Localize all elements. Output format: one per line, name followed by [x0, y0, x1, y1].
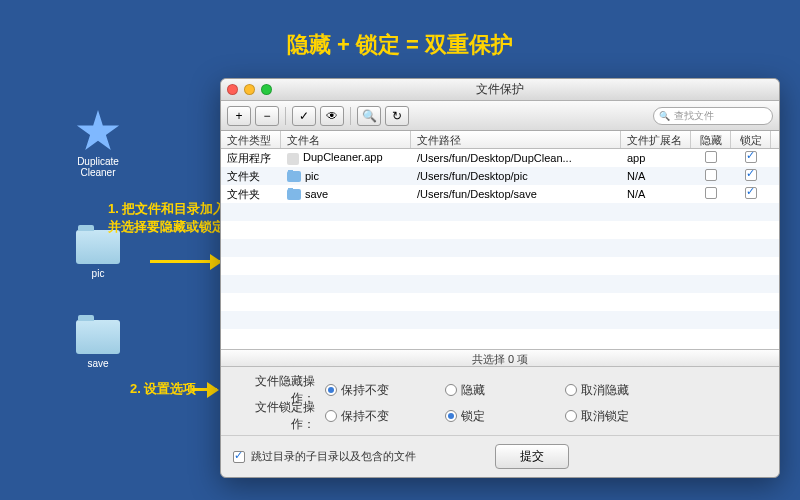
table-header[interactable]: 文件类型 文件名 文件路径 文件扩展名 隐藏 锁定: [221, 131, 779, 149]
radio-hide-unhide[interactable]: 取消隐藏: [565, 382, 675, 399]
remove-button[interactable]: −: [255, 106, 279, 126]
col-type[interactable]: 文件类型: [221, 131, 281, 148]
window-title: 文件保护: [221, 81, 779, 98]
lock-op-label: 文件锁定操作：: [235, 399, 315, 433]
skip-subdir-label: 跳过目录的子目录以及包含的文件: [251, 449, 416, 464]
hide-checkbox[interactable]: [705, 169, 717, 181]
hide-checkbox[interactable]: [705, 187, 717, 199]
icon-label: Duplicate Cleaner: [68, 156, 128, 178]
table-row[interactable]: 应用程序DupCleaner.app/Users/fun/Desktop/Dup…: [221, 149, 779, 167]
skip-subdir-checkbox[interactable]: [233, 451, 245, 463]
radio-hide-keep[interactable]: 保持不变: [325, 382, 435, 399]
check-button[interactable]: ✓: [292, 106, 316, 126]
lock-checkbox[interactable]: [745, 151, 757, 163]
table-row[interactable]: 文件夹save/Users/fun/Desktop/saveN/A: [221, 185, 779, 203]
toolbar: + − ✓ 👁 🔍 ↻ 查找文件: [221, 101, 779, 131]
folder-icon: [287, 189, 301, 200]
lock-checkbox[interactable]: [745, 187, 757, 199]
col-ext[interactable]: 文件扩展名: [621, 131, 691, 148]
star-icon: [76, 110, 120, 154]
radio-lock-lock[interactable]: 锁定: [445, 408, 555, 425]
eye-button[interactable]: 👁: [320, 106, 344, 126]
desktop-icon-duplicate-cleaner[interactable]: Duplicate Cleaner: [68, 110, 128, 178]
table-row[interactable]: 文件夹pic/Users/fun/Desktop/picN/A: [221, 167, 779, 185]
col-hide[interactable]: 隐藏: [691, 131, 731, 148]
arrow-icon: [192, 388, 217, 391]
table-body: 应用程序DupCleaner.app/Users/fun/Desktop/Dup…: [221, 149, 779, 349]
refresh-button[interactable]: ↻: [385, 106, 409, 126]
lock-checkbox[interactable]: [745, 169, 757, 181]
file-protection-window: 文件保护 + − ✓ 👁 🔍 ↻ 查找文件 文件类型 文件名 文件路径 文件扩展…: [220, 78, 780, 478]
footer: 跳过目录的子目录以及包含的文件 提交: [221, 435, 779, 477]
selection-bar: 共选择 0 项: [221, 349, 779, 367]
arrow-icon: [150, 260, 220, 263]
desktop-icon-save[interactable]: save: [68, 320, 128, 369]
search-button[interactable]: 🔍: [357, 106, 381, 126]
folder-icon: [287, 171, 301, 182]
radio-lock-unlock[interactable]: 取消锁定: [565, 408, 675, 425]
col-path[interactable]: 文件路径: [411, 131, 621, 148]
add-button[interactable]: +: [227, 106, 251, 126]
radio-lock-keep[interactable]: 保持不变: [325, 408, 435, 425]
col-lock[interactable]: 锁定: [731, 131, 771, 148]
search-input[interactable]: 查找文件: [653, 107, 773, 125]
desktop-icon-pic[interactable]: pic: [68, 230, 128, 279]
slogan-heading: 隐藏 + 锁定 = 双重保护: [0, 30, 800, 60]
hide-checkbox[interactable]: [705, 151, 717, 163]
app-icon: [287, 153, 299, 165]
folder-icon: [76, 320, 120, 354]
icon-label: pic: [68, 268, 128, 279]
titlebar[interactable]: 文件保护: [221, 79, 779, 101]
options-panel: 文件隐藏操作： 保持不变 隐藏 取消隐藏 文件锁定操作： 保持不变 锁定 取消锁…: [221, 367, 779, 435]
annotation-step2: 2. 设置选项: [130, 380, 196, 398]
col-name[interactable]: 文件名: [281, 131, 411, 148]
submit-button[interactable]: 提交: [495, 444, 569, 469]
radio-hide-hide[interactable]: 隐藏: [445, 382, 555, 399]
icon-label: save: [68, 358, 128, 369]
